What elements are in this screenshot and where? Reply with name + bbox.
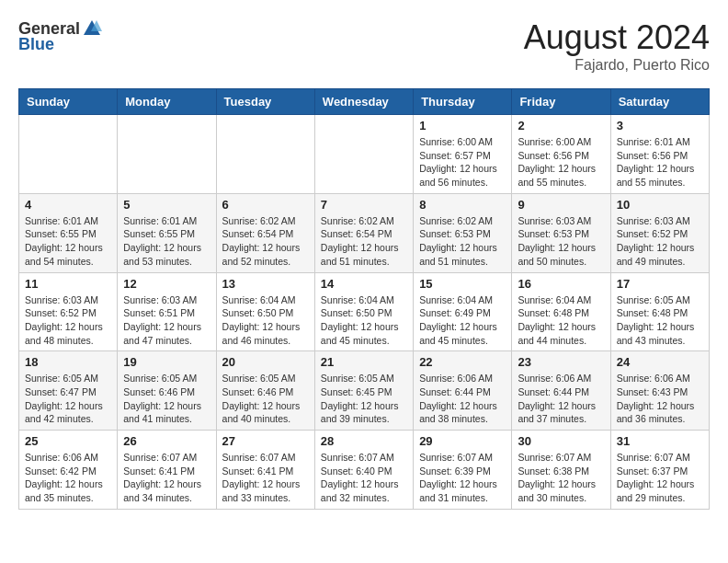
calendar-week-2: 4Sunrise: 6:01 AMSunset: 6:55 PMDaylight… bbox=[19, 193, 710, 272]
logo: General Blue bbox=[18, 18, 102, 54]
day-number: 16 bbox=[518, 277, 604, 291]
day-number: 20 bbox=[222, 355, 309, 369]
calendar: SundayMondayTuesdayWednesdayThursdayFrid… bbox=[18, 88, 710, 510]
day-detail: Sunrise: 6:05 AMSunset: 6:47 PMDaylight:… bbox=[25, 372, 111, 426]
day-number: 8 bbox=[419, 198, 506, 212]
day-detail: Sunrise: 6:03 AMSunset: 6:51 PMDaylight:… bbox=[123, 293, 210, 348]
day-number: 21 bbox=[321, 355, 407, 369]
weekday-header-thursday: Thursday bbox=[414, 89, 512, 115]
day-detail: Sunrise: 6:07 AMSunset: 6:40 PMDaylight:… bbox=[321, 451, 407, 505]
day-number: 18 bbox=[25, 355, 111, 369]
day-number: 4 bbox=[25, 198, 111, 212]
day-detail: Sunrise: 6:04 AMSunset: 6:48 PMDaylight:… bbox=[518, 293, 604, 348]
day-number: 17 bbox=[617, 277, 703, 291]
calendar-cell: 10Sunrise: 6:03 AMSunset: 6:52 PMDayligh… bbox=[610, 193, 709, 272]
calendar-week-1: 1Sunrise: 6:00 AMSunset: 6:57 PMDaylight… bbox=[19, 115, 710, 194]
day-detail: Sunrise: 6:07 AMSunset: 6:41 PMDaylight:… bbox=[123, 451, 210, 505]
weekday-header-friday: Friday bbox=[512, 89, 610, 115]
day-detail: Sunrise: 6:03 AMSunset: 6:52 PMDaylight:… bbox=[25, 293, 111, 348]
calendar-cell: 22Sunrise: 6:06 AMSunset: 6:44 PMDayligh… bbox=[414, 351, 512, 431]
day-number: 27 bbox=[222, 434, 309, 448]
title-block: August 2024 Fajardo, Puerto Rico bbox=[524, 18, 710, 74]
calendar-cell: 5Sunrise: 6:01 AMSunset: 6:55 PMDaylight… bbox=[118, 193, 216, 272]
day-detail: Sunrise: 6:00 AMSunset: 6:57 PMDaylight:… bbox=[419, 135, 506, 190]
day-number: 15 bbox=[419, 277, 506, 291]
calendar-week-5: 25Sunrise: 6:06 AMSunset: 6:42 PMDayligh… bbox=[19, 431, 710, 510]
calendar-cell: 19Sunrise: 6:05 AMSunset: 6:46 PMDayligh… bbox=[118, 351, 216, 431]
day-detail: Sunrise: 6:06 AMSunset: 6:44 PMDaylight:… bbox=[518, 372, 604, 426]
calendar-cell bbox=[314, 115, 413, 194]
day-detail: Sunrise: 6:02 AMSunset: 6:54 PMDaylight:… bbox=[222, 214, 309, 269]
day-detail: Sunrise: 6:04 AMSunset: 6:50 PMDaylight:… bbox=[321, 293, 407, 348]
calendar-cell: 8Sunrise: 6:02 AMSunset: 6:53 PMDaylight… bbox=[414, 193, 512, 272]
weekday-header-sunday: Sunday bbox=[19, 89, 118, 115]
calendar-cell: 12Sunrise: 6:03 AMSunset: 6:51 PMDayligh… bbox=[118, 272, 216, 351]
day-detail: Sunrise: 6:07 AMSunset: 6:37 PMDaylight:… bbox=[617, 451, 703, 505]
calendar-cell: 21Sunrise: 6:05 AMSunset: 6:45 PMDayligh… bbox=[314, 351, 413, 431]
day-number: 6 bbox=[222, 198, 309, 212]
day-detail: Sunrise: 6:01 AMSunset: 6:55 PMDaylight:… bbox=[25, 214, 111, 269]
day-detail: Sunrise: 6:03 AMSunset: 6:53 PMDaylight:… bbox=[518, 214, 604, 269]
day-number: 3 bbox=[617, 119, 703, 132]
day-detail: Sunrise: 6:07 AMSunset: 6:39 PMDaylight:… bbox=[419, 451, 506, 505]
calendar-week-4: 18Sunrise: 6:05 AMSunset: 6:47 PMDayligh… bbox=[19, 351, 710, 431]
day-number: 7 bbox=[321, 198, 407, 212]
calendar-cell: 18Sunrise: 6:05 AMSunset: 6:47 PMDayligh… bbox=[19, 351, 118, 431]
day-detail: Sunrise: 6:04 AMSunset: 6:49 PMDaylight:… bbox=[419, 293, 506, 348]
day-detail: Sunrise: 6:04 AMSunset: 6:50 PMDaylight:… bbox=[222, 293, 309, 348]
calendar-cell: 23Sunrise: 6:06 AMSunset: 6:44 PMDayligh… bbox=[512, 351, 610, 431]
day-number: 22 bbox=[419, 355, 506, 369]
calendar-cell: 27Sunrise: 6:07 AMSunset: 6:41 PMDayligh… bbox=[216, 431, 314, 510]
day-detail: Sunrise: 6:05 AMSunset: 6:46 PMDaylight:… bbox=[123, 372, 210, 426]
day-number: 31 bbox=[617, 434, 703, 448]
day-number: 19 bbox=[123, 355, 210, 369]
calendar-cell: 24Sunrise: 6:06 AMSunset: 6:43 PMDayligh… bbox=[610, 351, 709, 431]
calendar-cell bbox=[19, 115, 118, 194]
day-detail: Sunrise: 6:02 AMSunset: 6:53 PMDaylight:… bbox=[419, 214, 506, 269]
day-detail: Sunrise: 6:07 AMSunset: 6:38 PMDaylight:… bbox=[518, 451, 604, 505]
calendar-cell: 16Sunrise: 6:04 AMSunset: 6:48 PMDayligh… bbox=[512, 272, 610, 351]
calendar-cell: 25Sunrise: 6:06 AMSunset: 6:42 PMDayligh… bbox=[19, 431, 118, 510]
weekday-header-wednesday: Wednesday bbox=[314, 89, 413, 115]
day-number: 12 bbox=[123, 277, 210, 291]
day-detail: Sunrise: 6:02 AMSunset: 6:54 PMDaylight:… bbox=[321, 214, 407, 269]
calendar-cell: 20Sunrise: 6:05 AMSunset: 6:46 PMDayligh… bbox=[216, 351, 314, 431]
day-number: 28 bbox=[321, 434, 407, 448]
day-number: 10 bbox=[617, 198, 703, 212]
day-number: 24 bbox=[617, 355, 703, 369]
calendar-cell: 9Sunrise: 6:03 AMSunset: 6:53 PMDaylight… bbox=[512, 193, 610, 272]
day-detail: Sunrise: 6:03 AMSunset: 6:52 PMDaylight:… bbox=[617, 214, 703, 269]
calendar-cell: 29Sunrise: 6:07 AMSunset: 6:39 PMDayligh… bbox=[414, 431, 512, 510]
calendar-cell: 13Sunrise: 6:04 AMSunset: 6:50 PMDayligh… bbox=[216, 272, 314, 351]
logo-icon bbox=[82, 18, 102, 39]
calendar-cell: 15Sunrise: 6:04 AMSunset: 6:49 PMDayligh… bbox=[414, 272, 512, 351]
calendar-cell: 6Sunrise: 6:02 AMSunset: 6:54 PMDaylight… bbox=[216, 193, 314, 272]
page-header: General Blue August 2024 Fajardo, Puerto… bbox=[18, 18, 710, 74]
calendar-cell: 17Sunrise: 6:05 AMSunset: 6:48 PMDayligh… bbox=[610, 272, 709, 351]
calendar-cell: 26Sunrise: 6:07 AMSunset: 6:41 PMDayligh… bbox=[118, 431, 216, 510]
calendar-cell: 4Sunrise: 6:01 AMSunset: 6:55 PMDaylight… bbox=[19, 193, 118, 272]
day-number: 25 bbox=[25, 434, 111, 448]
day-number: 29 bbox=[419, 434, 506, 448]
day-detail: Sunrise: 6:05 AMSunset: 6:46 PMDaylight:… bbox=[222, 372, 309, 426]
weekday-header-tuesday: Tuesday bbox=[216, 89, 314, 115]
day-detail: Sunrise: 6:05 AMSunset: 6:45 PMDaylight:… bbox=[321, 372, 407, 426]
weekday-header-monday: Monday bbox=[118, 89, 216, 115]
calendar-cell: 7Sunrise: 6:02 AMSunset: 6:54 PMDaylight… bbox=[314, 193, 413, 272]
day-number: 2 bbox=[518, 119, 604, 132]
calendar-cell: 30Sunrise: 6:07 AMSunset: 6:38 PMDayligh… bbox=[512, 431, 610, 510]
calendar-cell: 14Sunrise: 6:04 AMSunset: 6:50 PMDayligh… bbox=[314, 272, 413, 351]
weekday-header-saturday: Saturday bbox=[610, 89, 709, 115]
day-number: 9 bbox=[518, 198, 604, 212]
day-number: 30 bbox=[518, 434, 604, 448]
month-year: August 2024 bbox=[524, 18, 710, 57]
logo-blue: Blue bbox=[18, 35, 54, 54]
calendar-cell bbox=[118, 115, 216, 194]
day-detail: Sunrise: 6:07 AMSunset: 6:41 PMDaylight:… bbox=[222, 451, 309, 505]
day-number: 14 bbox=[321, 277, 407, 291]
calendar-cell: 1Sunrise: 6:00 AMSunset: 6:57 PMDaylight… bbox=[414, 115, 512, 194]
calendar-cell: 28Sunrise: 6:07 AMSunset: 6:40 PMDayligh… bbox=[314, 431, 413, 510]
day-detail: Sunrise: 6:06 AMSunset: 6:44 PMDaylight:… bbox=[419, 372, 506, 426]
day-detail: Sunrise: 6:06 AMSunset: 6:43 PMDaylight:… bbox=[617, 372, 703, 426]
calendar-cell: 3Sunrise: 6:01 AMSunset: 6:56 PMDaylight… bbox=[610, 115, 709, 194]
